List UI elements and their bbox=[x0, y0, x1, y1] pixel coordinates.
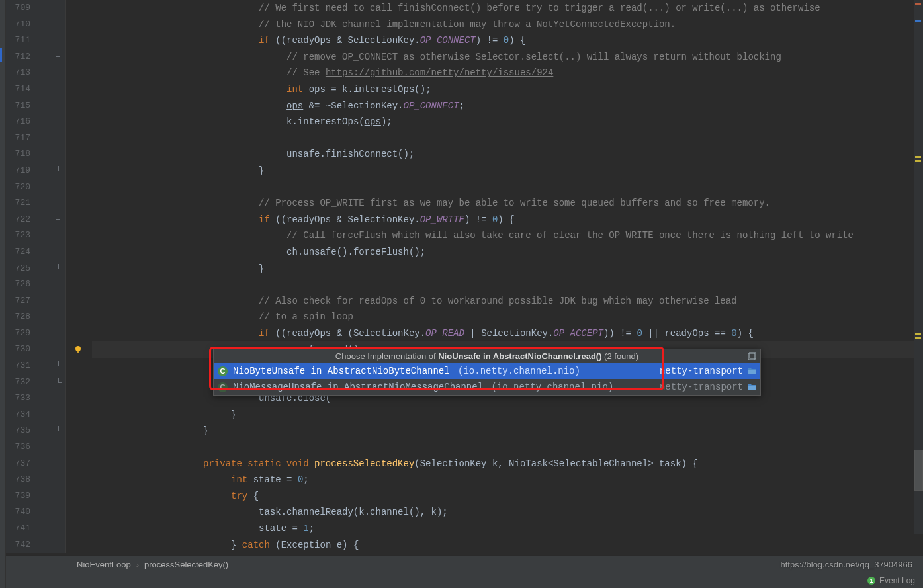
gutter-line-number[interactable]: 739 bbox=[0, 488, 65, 505]
implementation-chooser-popup: Choose Implementation of NioUnsafe in Ab… bbox=[213, 349, 761, 396]
left-strip-marker bbox=[0, 48, 2, 62]
gutter-line-number[interactable]: 738 bbox=[0, 472, 65, 488]
code-line[interactable] bbox=[92, 439, 923, 456]
code-line[interactable]: // Call forceFlush which will also take … bbox=[92, 228, 923, 244]
breadcrumb-bar: NioEventLoop › processSelectedKey() bbox=[0, 555, 923, 573]
implementation-label: NioByteUnsafe in AbstractNioByteChannel … bbox=[233, 366, 652, 376]
code-line[interactable]: } bbox=[92, 423, 923, 439]
status-bar: 1 Event Log bbox=[0, 573, 923, 588]
gutter-line-number[interactable]: 724 bbox=[0, 244, 65, 261]
code-line[interactable]: // Process OP_WRITE first as we may be a… bbox=[92, 195, 923, 212]
popup-title-target: NioUnsafe in AbstractNioChannel.read() bbox=[438, 351, 601, 361]
gutter-line-number[interactable]: 722 bbox=[0, 212, 65, 228]
breadcrumb-item[interactable]: processSelectedKey() bbox=[139, 560, 234, 569]
gutter-line-number[interactable]: 715 bbox=[0, 98, 65, 114]
gutter-line-number[interactable]: 723 bbox=[0, 228, 65, 244]
code-line[interactable]: } bbox=[92, 261, 923, 277]
implementation-option[interactable]: CNioByteUnsafe in AbstractNioByteChannel… bbox=[214, 363, 760, 379]
gutter-line-number[interactable]: 726 bbox=[0, 276, 65, 293]
gutter-line-number[interactable]: 733 bbox=[0, 390, 65, 407]
code-line[interactable]: // We first need to call finishConnect()… bbox=[92, 0, 923, 17]
gutter-line-number[interactable]: 740 bbox=[0, 504, 65, 521]
gutter-line-number[interactable]: 732 bbox=[0, 374, 65, 391]
gutter[interactable]: 7097107117127137147157167177187197207217… bbox=[0, 0, 66, 553]
scrollbar-thumb[interactable] bbox=[914, 450, 923, 491]
code-line[interactable]: // to a spin loop bbox=[92, 309, 923, 325]
implementation-module: netty-transport bbox=[660, 382, 743, 392]
fold-end-icon bbox=[54, 264, 64, 273]
gutter-line-number[interactable]: 729 bbox=[0, 325, 65, 342]
event-log-button[interactable]: Event Log bbox=[879, 576, 915, 585]
code-line[interactable]: k.interestOps(ops); bbox=[92, 114, 923, 130]
code-line[interactable] bbox=[92, 179, 923, 196]
fold-collapse-icon[interactable] bbox=[54, 329, 64, 338]
code-line[interactable]: state = 1; bbox=[92, 521, 923, 537]
code-line[interactable]: ch.unsafe().forceFlush(); bbox=[92, 244, 923, 261]
gutter-line-number[interactable]: 717 bbox=[0, 130, 65, 147]
svg-rect-5 bbox=[748, 386, 756, 390]
code-line[interactable]: // Also check for readOps of 0 to workar… bbox=[92, 293, 923, 310]
scrollbar-marker bbox=[915, 3, 921, 5]
gutter-line-number[interactable]: 730 bbox=[0, 341, 65, 358]
gutter-line-number[interactable]: 712 bbox=[0, 49, 65, 65]
code-line[interactable]: } catch (Exception e) { bbox=[92, 537, 923, 554]
gutter-line-number[interactable]: 721 bbox=[0, 195, 65, 212]
fold-collapse-icon[interactable] bbox=[54, 20, 64, 29]
gutter-line-number[interactable]: 728 bbox=[0, 309, 65, 325]
gutter-line-number[interactable]: 742 bbox=[0, 537, 65, 554]
code-body[interactable]: // We first need to call finishConnect()… bbox=[66, 0, 923, 553]
code-line[interactable]: int state = 0; bbox=[92, 472, 923, 488]
gutter-line-number[interactable]: 709 bbox=[0, 0, 65, 17]
fold-collapse-icon[interactable] bbox=[54, 215, 64, 224]
module-folder-icon bbox=[747, 367, 756, 375]
gutter-line-number[interactable]: 737 bbox=[0, 456, 65, 472]
code-line[interactable]: if ((readyOps & SelectionKey.OP_CONNECT)… bbox=[92, 32, 923, 49]
gutter-line-number[interactable]: 718 bbox=[0, 146, 65, 163]
gutter-line-number[interactable]: 741 bbox=[0, 521, 65, 537]
code-line[interactable]: // See https://github.com/netty/netty/is… bbox=[92, 65, 923, 81]
code-line[interactable]: unsafe.finishConnect(); bbox=[92, 146, 923, 163]
code-line[interactable]: // remove OP_CONNECT as otherwise Select… bbox=[92, 49, 923, 65]
gutter-line-number[interactable]: 714 bbox=[0, 81, 65, 98]
gutter-line-number[interactable]: 713 bbox=[0, 65, 65, 81]
gutter-line-number[interactable]: 736 bbox=[0, 439, 65, 456]
editor-scrollbar[interactable] bbox=[914, 0, 923, 534]
code-line[interactable]: // the NIO JDK channel implementation ma… bbox=[92, 17, 923, 33]
left-tool-strip bbox=[0, 0, 6, 588]
gutter-line-number[interactable]: 711 bbox=[0, 32, 65, 49]
fold-end-icon bbox=[54, 426, 64, 435]
gutter-line-number[interactable]: 734 bbox=[0, 407, 65, 423]
code-line[interactable]: int ops = k.interestOps(); bbox=[92, 81, 923, 98]
gutter-line-number[interactable]: 710 bbox=[0, 17, 65, 33]
code-line[interactable]: } bbox=[92, 407, 923, 423]
gutter-line-number[interactable]: 725 bbox=[0, 261, 65, 277]
pin-icon[interactable] bbox=[747, 352, 756, 361]
code-line[interactable]: try { bbox=[92, 488, 923, 505]
code-line[interactable] bbox=[92, 130, 923, 147]
scrollbar-marker bbox=[915, 20, 921, 22]
scrollbar-marker bbox=[915, 337, 921, 339]
popup-title-prefix: Choose Implementation of bbox=[335, 351, 438, 361]
code-line[interactable]: if ((readyOps & (SelectionKey.OP_READ | … bbox=[92, 325, 923, 342]
implementation-option[interactable]: CNioMessageUnsafe in AbstractNioMessageC… bbox=[214, 379, 760, 395]
gutter-line-number[interactable]: 735 bbox=[0, 423, 65, 439]
editor-area[interactable]: 7097107117127137147157167177187197207217… bbox=[0, 0, 923, 555]
fold-end-icon bbox=[54, 378, 64, 387]
breadcrumb-item[interactable]: NioEventLoop bbox=[71, 560, 136, 569]
code-line[interactable] bbox=[92, 276, 923, 293]
fold-collapse-icon[interactable] bbox=[54, 52, 64, 62]
gutter-line-number[interactable]: 720 bbox=[0, 179, 65, 196]
event-log-badge-icon: 1 bbox=[867, 577, 875, 585]
code-line[interactable]: ops &= ~SelectionKey.OP_CONNECT; bbox=[92, 98, 923, 114]
scrollbar-marker bbox=[915, 156, 921, 158]
code-line[interactable]: if ((readyOps & SelectionKey.OP_WRITE) !… bbox=[92, 212, 923, 228]
gutter-line-number[interactable]: 719 bbox=[0, 163, 65, 179]
code-line[interactable]: } bbox=[92, 163, 923, 179]
code-line[interactable]: task.channelReady(k.channel(), k); bbox=[92, 504, 923, 521]
svg-point-0 bbox=[75, 346, 81, 351]
intention-bulb-icon[interactable] bbox=[73, 345, 83, 354]
gutter-line-number[interactable]: 716 bbox=[0, 114, 65, 130]
gutter-line-number[interactable]: 727 bbox=[0, 293, 65, 310]
code-line[interactable]: private static void processSelectedKey(S… bbox=[92, 456, 923, 472]
gutter-line-number[interactable]: 731 bbox=[0, 358, 65, 374]
